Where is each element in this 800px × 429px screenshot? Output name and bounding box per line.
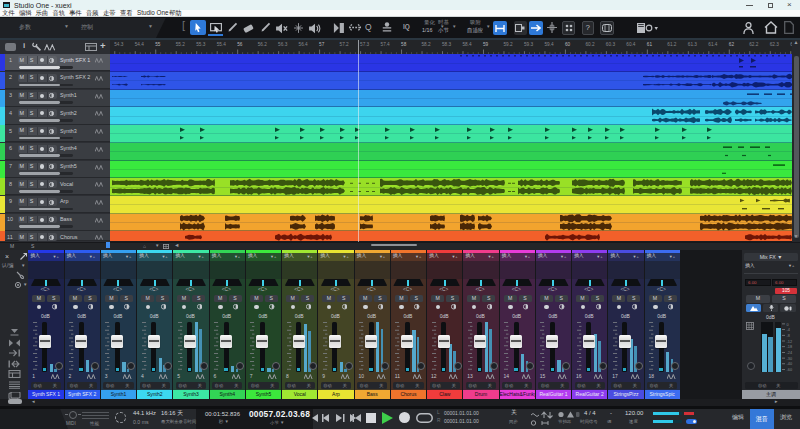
svg-text:60.4: 60.4 [626, 42, 636, 47]
svg-text:-18: -18 [787, 345, 793, 349]
svg-text:-40: -40 [787, 362, 793, 366]
svg-text:-12: -12 [787, 340, 793, 344]
svg-text:61.2: 61.2 [667, 42, 677, 47]
svg-text:55.4: 55.4 [217, 42, 227, 47]
svg-text:58.4: 58.4 [462, 42, 472, 47]
svg-text:59.3: 59.3 [524, 42, 534, 47]
svg-text:59.4: 59.4 [544, 42, 554, 47]
svg-text:59.2: 59.2 [503, 42, 513, 47]
svg-text:57.3: 57.3 [360, 42, 370, 47]
svg-text:57.4: 57.4 [381, 42, 391, 47]
svg-text:56.3: 56.3 [278, 42, 288, 47]
svg-text:56.2: 56.2 [258, 42, 268, 47]
svg-text:62.2: 62.2 [749, 42, 759, 47]
svg-text:58.3: 58.3 [442, 42, 452, 47]
svg-text:-8: -8 [787, 334, 790, 338]
svg-text:-4: -4 [787, 328, 790, 332]
svg-text:54.3: 54.3 [114, 42, 124, 47]
svg-text:61: 61 [647, 42, 653, 47]
svg-text:58: 58 [401, 42, 407, 47]
svg-text:61.4: 61.4 [708, 42, 718, 47]
svg-text:55.3: 55.3 [196, 42, 206, 47]
svg-text:54.4: 54.4 [135, 42, 145, 47]
svg-text:62: 62 [729, 42, 735, 47]
svg-text:-24: -24 [787, 351, 793, 355]
svg-text:57: 57 [319, 42, 325, 47]
svg-text:56.4: 56.4 [299, 42, 309, 47]
svg-text:57.2: 57.2 [340, 42, 350, 47]
svg-text:60.2: 60.2 [585, 42, 595, 47]
svg-text:59: 59 [483, 42, 489, 47]
svg-text:0: 0 [787, 323, 789, 327]
svg-text:-30: -30 [787, 357, 793, 361]
svg-text:55.2: 55.2 [176, 42, 186, 47]
svg-text:60: 60 [565, 42, 571, 47]
svg-text:58.2: 58.2 [422, 42, 432, 47]
svg-text:55: 55 [155, 42, 161, 47]
svg-text:56: 56 [237, 42, 243, 47]
svg-text:-60: -60 [787, 368, 793, 372]
svg-text:60.3: 60.3 [606, 42, 616, 47]
svg-text:62.3: 62.3 [770, 42, 780, 47]
svg-text:61.3: 61.3 [688, 42, 698, 47]
